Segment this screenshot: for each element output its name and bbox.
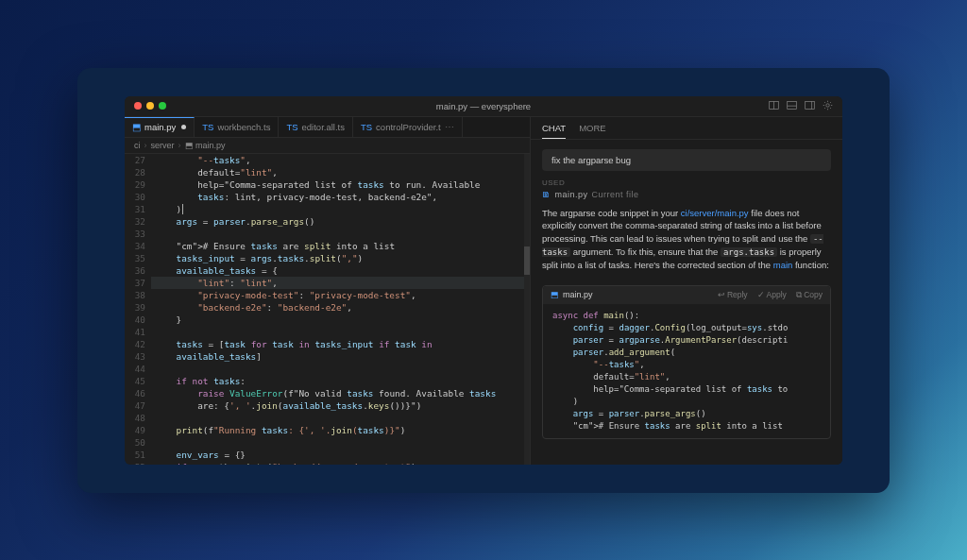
py-icon: ⬒: [132, 122, 141, 132]
code-line[interactable]: [151, 228, 524, 240]
outer-card: main.py — everysphere ⬒main.pyTSworkbenc…: [77, 68, 890, 493]
code-line[interactable]: if not tasks:: [151, 375, 524, 387]
snippet-line: ): [552, 396, 821, 408]
ts-icon: TS: [286, 122, 297, 132]
snippet-action-apply[interactable]: ✓ Apply: [757, 290, 787, 300]
tab-label: editor.all.ts: [302, 122, 345, 132]
titlebar: main.py — everysphere: [125, 96, 842, 117]
code-line[interactable]: available_tasks = {: [151, 264, 524, 277]
code-line[interactable]: tasks = [task for task in tasks_input if…: [151, 338, 524, 350]
snippet-line: help="Comma-separated list of tasks to: [552, 383, 821, 396]
breadcrumb-segment[interactable]: ci: [134, 141, 141, 150]
inline-code: args.tasks: [721, 247, 777, 257]
code-line[interactable]: ): [151, 203, 524, 215]
chat-tab-more[interactable]: MORE: [579, 123, 606, 139]
snippet-line: async def main():: [552, 310, 821, 322]
chat-tab-chat[interactable]: CHAT: [542, 123, 566, 139]
minimap[interactable]: [524, 154, 530, 465]
code-line[interactable]: if os.path.exists("backend/server/.env.t…: [151, 461, 524, 465]
code-line[interactable]: env_vars = {}: [151, 449, 524, 461]
code-lines[interactable]: "--tasks", default="lint", help="Comma-s…: [151, 154, 524, 465]
chat-pane: CHATMORE fix the argparse bug USED 🗎 mai…: [531, 117, 842, 465]
code-line[interactable]: [151, 436, 524, 449]
breadcrumb-segment[interactable]: ⬒ main.py: [185, 141, 226, 150]
tab-label: main.py: [144, 122, 176, 132]
code-line[interactable]: args = parser.parse_args(): [151, 215, 524, 228]
snippet-line: parser = argparse.ArgumentParser(descrip…: [552, 334, 821, 347]
code-line[interactable]: "privacy-mode-test": "privacy-mode-test"…: [151, 289, 524, 301]
code-line[interactable]: }: [151, 314, 524, 326]
code-line[interactable]: [151, 363, 524, 375]
code-line[interactable]: "backend-e2e": "backend-e2e",: [151, 301, 524, 314]
tab-workbench-ts[interactable]: TSworkbench.ts: [195, 117, 279, 137]
snippet-line: "cm"># Ensure tasks are split into a lis…: [552, 420, 821, 433]
file-link[interactable]: ci/server/main.py: [681, 208, 749, 218]
breadcrumb[interactable]: ci›server›⬒ main.py: [125, 138, 530, 154]
tab-label: controlProvider.t: [376, 122, 441, 132]
code-line[interactable]: default="lint",: [151, 166, 524, 178]
code-line[interactable]: "cm"># Ensure tasks are split into a lis…: [151, 240, 524, 252]
python-icon: ⬒: [551, 290, 559, 299]
code-line[interactable]: tasks: lint, privacy-mode-test, backend-…: [151, 191, 524, 203]
snippet-line: default="lint",: [552, 371, 821, 383]
used-file-suffix: Current file: [592, 190, 639, 199]
used-file[interactable]: 🗎 main.py Current file: [542, 190, 831, 199]
ts-icon: TS: [361, 122, 372, 132]
editor-pane: ⬒main.pyTSworkbench.tsTSeditor.all.tsTSc…: [125, 117, 531, 465]
snippet-action-copy[interactable]: ⧉ Copy: [796, 290, 823, 300]
code-line[interactable]: "lint": "lint",: [151, 277, 524, 289]
editor-window: main.py — everysphere ⬒main.pyTSworkbenc…: [125, 96, 842, 465]
snippet-line: "--tasks",: [552, 359, 821, 371]
code-line[interactable]: help="Comma-separated list of tasks to r…: [151, 178, 524, 191]
tab-controlProvider-t[interactable]: TScontrolProvider.t⋯: [353, 117, 463, 137]
used-label: USED: [531, 178, 842, 187]
used-file-name: main.py: [555, 190, 588, 199]
code-editor[interactable]: 2728293031323334353637383940414243444546…: [125, 154, 530, 465]
code-line[interactable]: [151, 412, 524, 424]
tab-main-py[interactable]: ⬒main.py: [125, 117, 195, 137]
code-line[interactable]: [151, 326, 524, 338]
code-snippet: ⬒main.py ↩ Reply✓ Apply⧉ Copy async def …: [542, 285, 831, 439]
editor-tabs: ⬒main.pyTSworkbench.tsTSeditor.all.tsTSc…: [125, 117, 530, 138]
snippet-line: args = parser.parse_args(): [552, 408, 821, 420]
snippet-body[interactable]: async def main(): config = dagger.Config…: [543, 304, 830, 438]
snippet-line: parser.add_argument(: [552, 347, 821, 359]
chat-prompt[interactable]: fix the argparse bug: [542, 149, 831, 171]
snippet-line: config = dagger.Config(log_output=sys.st…: [552, 322, 821, 334]
breadcrumb-segment[interactable]: server: [151, 141, 175, 150]
tab-editor-all-ts[interactable]: TSeditor.all.ts: [279, 117, 353, 137]
code-line[interactable]: raise ValueError(f"No valid tasks found.…: [151, 387, 524, 399]
chat-tabs: CHATMORE: [531, 117, 842, 140]
ts-icon: TS: [202, 122, 213, 132]
file-icon: 🗎: [542, 190, 551, 199]
code-line[interactable]: "--tasks",: [151, 154, 524, 166]
snippet-action-reply[interactable]: ↩ Reply: [718, 290, 748, 300]
window-title: main.py — everysphere: [125, 101, 842, 111]
tab-label: workbench.ts: [217, 122, 270, 132]
dirty-indicator: [181, 125, 186, 129]
line-gutter: 2728293031323334353637383940414243444546…: [125, 154, 151, 465]
snippet-filename: main.py: [563, 290, 593, 299]
chat-response: The argparse code snippet in your ci/ser…: [531, 199, 842, 280]
code-line[interactable]: tasks_input = args.tasks.split(","): [151, 252, 524, 264]
code-line[interactable]: available_tasks]: [151, 350, 524, 363]
code-line[interactable]: are: {', '.join(available_tasks.keys())}…: [151, 399, 524, 412]
symbol-link[interactable]: main: [773, 260, 793, 270]
code-line[interactable]: print(f"Running tasks: {', '.join(tasks)…: [151, 424, 524, 436]
